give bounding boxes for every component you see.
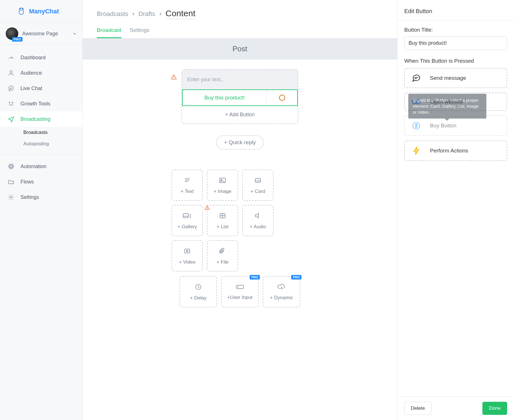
action-label: Perform Actions <box>430 148 468 154</box>
nav-sub-autoposting[interactable]: Autoposting <box>0 138 82 150</box>
tooltip: To add Buy Button, select a proper eleme… <box>408 94 486 119</box>
block-label: + File <box>217 259 229 265</box>
add-quick-reply[interactable]: + Quick reply <box>216 135 264 150</box>
nav-growthtools[interactable]: Growth Tools <box>0 96 82 111</box>
nav-sub-broadcasts[interactable]: Broadcasts <box>0 127 82 138</box>
nav-label: Dashboard <box>21 55 46 61</box>
add-button[interactable]: + Add Button <box>182 106 298 123</box>
block-label: + Dynamic <box>270 295 293 301</box>
block-gallery[interactable]: + Gallery <box>172 205 203 236</box>
nav-audience[interactable]: Audience <box>0 65 82 81</box>
block-file[interactable]: + File <box>207 240 238 272</box>
chevron-right-icon <box>132 12 135 16</box>
message-text-input[interactable]: Enter your text... <box>182 70 298 89</box>
node-title[interactable]: Post <box>83 38 397 60</box>
gauge-icon <box>7 54 15 61</box>
svg-rect-12 <box>255 178 260 182</box>
delete-button[interactable]: Delete <box>404 402 431 415</box>
message-button-status[interactable] <box>266 90 297 105</box>
nav-label: Growth Tools <box>21 101 50 107</box>
nav-divider <box>0 150 82 155</box>
gear-icon <box>7 193 15 201</box>
block-dynamic[interactable]: PRO + Dynamic <box>263 276 300 307</box>
video-icon <box>183 247 191 256</box>
dollar-icon <box>411 121 421 130</box>
block-label: + Audio <box>250 224 266 230</box>
warning-icon <box>205 205 210 211</box>
cloud-download-icon <box>277 283 286 292</box>
message-button-selected[interactable]: Buy this product! <box>182 89 298 106</box>
block-label: + Text <box>181 189 194 194</box>
step-indicator-icon <box>279 95 285 101</box>
action-label: Buy Button <box>430 123 456 129</box>
done-button[interactable]: Done <box>482 402 507 415</box>
block-list[interactable]: + List <box>207 205 238 236</box>
warning-icon <box>171 74 177 81</box>
clock-icon <box>194 283 202 292</box>
action-buy-button[interactable]: To add Buy Button, select a proper eleme… <box>404 115 507 136</box>
section-label: When This Button is Pressed <box>404 58 507 64</box>
brand-name: ManyChat <box>29 8 59 15</box>
list-icon <box>219 212 227 221</box>
image-icon <box>219 176 227 186</box>
nav-livechat[interactable]: Live Chat <box>0 81 82 96</box>
message-icon <box>411 74 421 82</box>
nav-dashboard[interactable]: Dashboard <box>0 50 82 65</box>
svg-rect-18 <box>236 285 244 289</box>
chevron-right-icon <box>159 12 162 16</box>
svg-rect-13 <box>183 214 188 218</box>
page-selector[interactable]: PRO Awesome Page <box>0 23 82 45</box>
manychat-logo-icon <box>17 7 26 16</box>
nav-label: Automation <box>21 164 46 170</box>
block-label: + Delay <box>190 295 207 301</box>
block-label: + Image <box>214 189 231 194</box>
nav-automation[interactable]: Automation <box>0 159 82 174</box>
pro-badge: PRO <box>12 37 23 42</box>
tab-broadcast[interactable]: Broadcast <box>97 27 121 38</box>
crumb-current[interactable]: Content <box>166 9 195 19</box>
block-video[interactable]: + Video <box>172 240 203 272</box>
svg-point-9 <box>174 78 174 79</box>
svg-point-1 <box>20 8 21 9</box>
block-label: + Card <box>250 189 265 194</box>
brand-row[interactable]: ManyChat <box>0 0 82 23</box>
svg-point-14 <box>207 209 207 209</box>
svg-point-8 <box>10 196 12 198</box>
editor: Enter your text... Buy this product! + A… <box>83 60 397 319</box>
block-label: + Gallery <box>178 224 197 230</box>
gallery-icon <box>182 212 192 221</box>
pro-badge: PRO <box>291 275 301 280</box>
nav-label: Broadcasting <box>21 116 50 122</box>
tabs: Broadcast Settings <box>97 27 383 38</box>
panel-body: Button Title: When This Button is Presse… <box>397 21 514 396</box>
nav: Dashboard Audience Live Chat Growth Tool… <box>0 45 82 205</box>
block-text[interactable]: + Text <box>172 170 203 201</box>
nav-label: Flows <box>21 179 34 185</box>
pro-badge: PRO <box>250 275 260 280</box>
block-label: + Video <box>179 259 195 265</box>
page-name: Awesome Page <box>22 31 69 37</box>
block-delay[interactable]: + Delay <box>180 276 217 307</box>
button-title-input[interactable] <box>404 36 507 50</box>
nav-broadcasting[interactable]: Broadcasting <box>0 111 82 127</box>
block-image[interactable]: + Image <box>207 170 238 201</box>
atom-icon <box>7 163 15 170</box>
crumb-broadcasts[interactable]: Broadcasts <box>97 10 128 18</box>
main: Broadcasts Drafts Content Broadcast Sett… <box>83 0 397 420</box>
block-card[interactable]: + Card <box>242 170 274 201</box>
svg-point-5 <box>8 165 14 168</box>
action-label: Send message <box>430 75 466 81</box>
block-audio[interactable]: + Audio <box>242 205 274 236</box>
panel-title: Edit Button <box>397 0 514 21</box>
folder-icon <box>7 178 15 185</box>
tab-settings[interactable]: Settings <box>130 27 150 38</box>
page-avatar: PRO <box>6 27 18 40</box>
action-send-message[interactable]: Send message <box>404 68 507 88</box>
crumb-drafts[interactable]: Drafts <box>138 10 155 18</box>
nav-flows[interactable]: Flows <box>0 174 82 189</box>
block-userinput[interactable]: PRO +User Input <box>221 276 259 307</box>
action-perform-actions[interactable]: Perform Actions <box>404 140 507 161</box>
sidebar: ManyChat PRO Awesome Page Dashboard Audi… <box>0 0 83 420</box>
nav-settings[interactable]: Settings <box>0 189 82 205</box>
action-list: Send message Open website Call number To… <box>404 68 507 161</box>
